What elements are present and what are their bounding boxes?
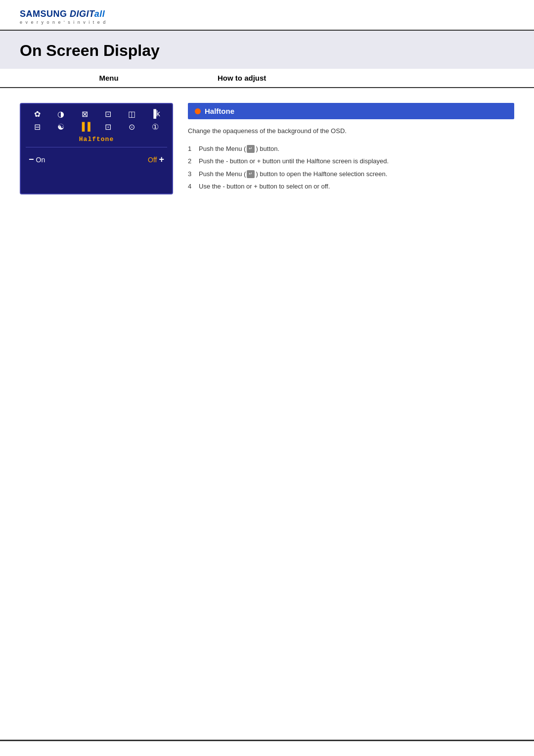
color-icon: ☯ xyxy=(55,122,67,132)
halftone-title: Halftone xyxy=(205,107,234,115)
step-1: 1 Push the Menu (↵) button. xyxy=(188,144,514,154)
halftone-icon: ▐▐ xyxy=(79,122,90,132)
image-lock-icon: ⊠ xyxy=(79,109,90,119)
how-to-adjust-col-header: How to adjust xyxy=(198,74,514,82)
halftone-description: Change the opaqueness of the background … xyxy=(188,126,514,136)
step-1-text: Push the Menu (↵) button. xyxy=(199,144,279,154)
position-icon: ◫ xyxy=(126,109,137,119)
minus-button[interactable]: − xyxy=(29,154,34,165)
osd-pos-icon: ⊙ xyxy=(126,122,137,132)
contrast-icon: ◑ xyxy=(55,109,67,119)
step-3: 3 Push the Menu (↵) button to open the H… xyxy=(188,169,514,179)
page-title: On Screen Display xyxy=(20,42,514,60)
halftone-dot-icon xyxy=(195,108,201,114)
menu-btn-icon-1: ↵ xyxy=(247,145,255,153)
logo-all: all xyxy=(94,9,105,19)
osd-selected-label: Halftone xyxy=(79,136,114,143)
screen-icon: ⊡ xyxy=(102,109,114,119)
osd-panel: ✿ ◑ ⊠ ⊡ ◫ ▐k ⊟ ☯ ▐▐ ⊡ ⊙ ① Halftone − On … xyxy=(20,103,173,194)
menu-col-header: Menu xyxy=(20,74,198,82)
plus-button[interactable]: + xyxy=(159,154,164,165)
step-num-1: 1 xyxy=(188,144,195,154)
language-icon: ⊡ xyxy=(102,122,114,132)
osd-control-row: − On Off + xyxy=(26,150,167,169)
column-headers: Menu How to adjust xyxy=(0,69,534,88)
logo-samsung: SAMSUNG xyxy=(20,9,70,19)
step-4: 4 Use the - button or + button to select… xyxy=(188,182,514,191)
osd-label-row: Halftone xyxy=(26,135,167,143)
step-num-3: 3 xyxy=(188,169,195,179)
step-num-2: 2 xyxy=(188,156,195,166)
page-title-bar: On Screen Display xyxy=(0,31,534,69)
step-2: 2 Push the - button or + button until th… xyxy=(188,156,514,166)
info-icon: ① xyxy=(149,122,161,132)
step-num-4: 4 xyxy=(188,182,195,191)
step-3-text: Push the Menu (↵) button to open the Hal… xyxy=(199,169,387,179)
header: SAMSUNG DIGITall e v e r y o n e ' s i n… xyxy=(0,0,534,31)
footer-line xyxy=(0,740,534,741)
logo-tagline: e v e r y o n e ' s i n v i t e d xyxy=(20,20,106,25)
logo-area: SAMSUNG DIGITall e v e r y o n e ' s i n… xyxy=(20,9,514,25)
samsung-logo: SAMSUNG DIGITall xyxy=(20,9,105,19)
osd-icons-row-2: ⊟ ☯ ▐▐ ⊡ ⊙ ① xyxy=(26,122,167,132)
recall-icon: ⊟ xyxy=(32,122,44,132)
off-label: Off xyxy=(148,156,157,164)
step-4-text: Use the - button or + button to select o… xyxy=(199,182,330,191)
logo-digit: DIGIT xyxy=(70,9,94,19)
right-content: Halftone Change the opaqueness of the ba… xyxy=(188,103,514,194)
menu-btn-icon-3: ↵ xyxy=(247,170,255,178)
osd-icons-row-1: ✿ ◑ ⊠ ⊡ ◫ ▐k xyxy=(26,109,167,119)
brightness-icon: ✿ xyxy=(32,109,44,119)
step-2-text: Push the - button or + button until the … xyxy=(199,156,389,166)
resolution-icon: ▐k xyxy=(149,109,161,119)
steps-list: 1 Push the Menu (↵) button. 2 Push the -… xyxy=(188,144,514,191)
halftone-section-header: Halftone xyxy=(188,103,514,119)
main-content: ✿ ◑ ⊠ ⊡ ◫ ▐k ⊟ ☯ ▐▐ ⊡ ⊙ ① Halftone − On … xyxy=(0,103,534,194)
on-label: On xyxy=(36,156,45,164)
osd-divider xyxy=(26,147,167,147)
